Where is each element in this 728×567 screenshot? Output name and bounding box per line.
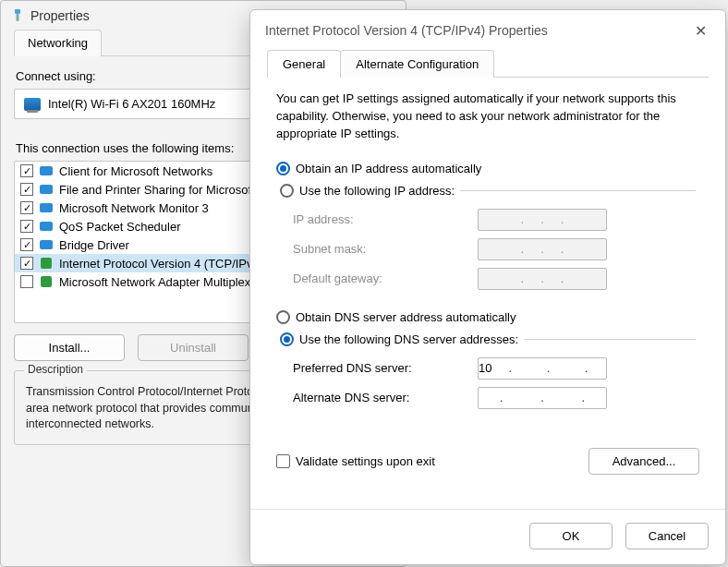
- subnet-mask-input: ...: [478, 238, 607, 260]
- radio-dns-manual[interactable]: [280, 332, 294, 346]
- tab-alternate-configuration[interactable]: Alternate Configuration: [340, 50, 494, 78]
- front-titlebar: Internet Protocol Version 4 (TCP/IPv4) P…: [250, 10, 725, 49]
- monitor-icon: [39, 200, 54, 215]
- list-item-label: QoS Packet Scheduler: [59, 220, 181, 234]
- monitor-icon: [39, 219, 54, 234]
- list-item-label: Bridge Driver: [59, 238, 129, 252]
- tab-general[interactable]: General: [267, 50, 341, 78]
- list-item-checkbox[interactable]: [20, 220, 33, 233]
- preferred-dns-label: Preferred DNS server:: [293, 361, 478, 375]
- monitor-icon: [39, 182, 54, 197]
- tab-networking[interactable]: Networking: [14, 30, 102, 56]
- radio-ip-manual-row[interactable]: Use the following IP address:: [276, 180, 699, 201]
- radio-dns-auto[interactable]: [276, 310, 290, 324]
- alternate-dns-input[interactable]: . . .: [478, 387, 607, 409]
- radio-ip-manual[interactable]: [280, 184, 294, 198]
- description-legend: Description: [24, 363, 87, 376]
- close-icon[interactable]: ✕: [686, 19, 714, 42]
- ipv4-properties-dialog: Internet Protocol Version 4 (TCP/IPv4) P…: [249, 9, 726, 565]
- ok-button[interactable]: OK: [529, 523, 613, 549]
- radio-dns-auto-row[interactable]: Obtain DNS server address automatically: [273, 307, 703, 328]
- radio-ip-auto-label: Obtain an IP address automatically: [296, 162, 481, 175]
- list-item-checkbox[interactable]: [20, 164, 33, 177]
- radio-ip-manual-label: Use the following IP address:: [299, 184, 455, 198]
- uninstall-button: Uninstall: [138, 334, 249, 361]
- monitor-icon: [39, 237, 54, 252]
- list-item-checkbox[interactable]: [20, 238, 33, 251]
- svg-rect-1: [17, 14, 19, 21]
- radio-dns-auto-label: Obtain DNS server address automatically: [296, 310, 516, 324]
- validate-settings-row[interactable]: Validate settings upon exit: [276, 454, 435, 468]
- default-gateway-label: Default gateway:: [293, 271, 478, 285]
- monitor-icon: [24, 98, 41, 111]
- protocol-icon: [39, 256, 54, 271]
- list-item-label: Client for Microsoft Networks: [59, 164, 212, 178]
- list-item-checkbox[interactable]: [20, 275, 33, 288]
- list-item-checkbox[interactable]: [20, 201, 33, 214]
- front-tabstrip: General Alternate Configuration: [267, 49, 709, 78]
- radio-dns-manual-row[interactable]: Use the following DNS server addresses:: [276, 329, 699, 350]
- subnet-mask-label: Subnet mask:: [293, 242, 478, 256]
- adapter-icon: [10, 8, 25, 23]
- cancel-button[interactable]: Cancel: [625, 523, 709, 549]
- validate-settings-checkbox[interactable]: [276, 454, 290, 468]
- preferred-dns-octet-1[interactable]: 10: [479, 361, 491, 375]
- list-item-label: Internet Protocol Version 4 (TCP/IPv4): [59, 257, 263, 271]
- front-window-title: Internet Protocol Version 4 (TCP/IPv4) P…: [265, 23, 548, 38]
- list-item-label: Microsoft Network Adapter Multiplexor: [59, 275, 261, 289]
- list-item-checkbox[interactable]: [20, 257, 33, 270]
- install-button[interactable]: Install...: [14, 334, 125, 361]
- monitor-icon: [39, 163, 54, 178]
- list-item-label: File and Printer Sharing for Microsoft: [59, 183, 255, 197]
- divider: [524, 339, 696, 340]
- ip-address-label: IP address:: [293, 212, 478, 226]
- alternate-dns-label: Alternate DNS server:: [293, 391, 478, 404]
- radio-dns-manual-label: Use the following DNS server addresses:: [299, 332, 518, 346]
- back-window-title: Properties: [30, 8, 90, 23]
- adapter-name: Intel(R) Wi-Fi 6 AX201 160MHz: [48, 97, 215, 111]
- ip-address-input: ...: [478, 209, 607, 231]
- list-item-label: Microsoft Network Monitor 3: [59, 201, 209, 215]
- svg-rect-0: [15, 9, 20, 14]
- default-gateway-input: ...: [478, 268, 607, 290]
- radio-ip-auto[interactable]: [276, 162, 290, 175]
- preferred-dns-input[interactable]: 10. . .: [478, 357, 607, 380]
- advanced-button[interactable]: Advanced...: [588, 448, 699, 475]
- protocol-icon: [39, 274, 54, 289]
- divider: [460, 190, 696, 191]
- list-item-checkbox[interactable]: [20, 183, 33, 196]
- validate-settings-label: Validate settings upon exit: [296, 454, 435, 468]
- info-message: You can get IP settings assigned automat…: [276, 90, 699, 143]
- radio-ip-auto-row[interactable]: Obtain an IP address automatically: [273, 158, 703, 179]
